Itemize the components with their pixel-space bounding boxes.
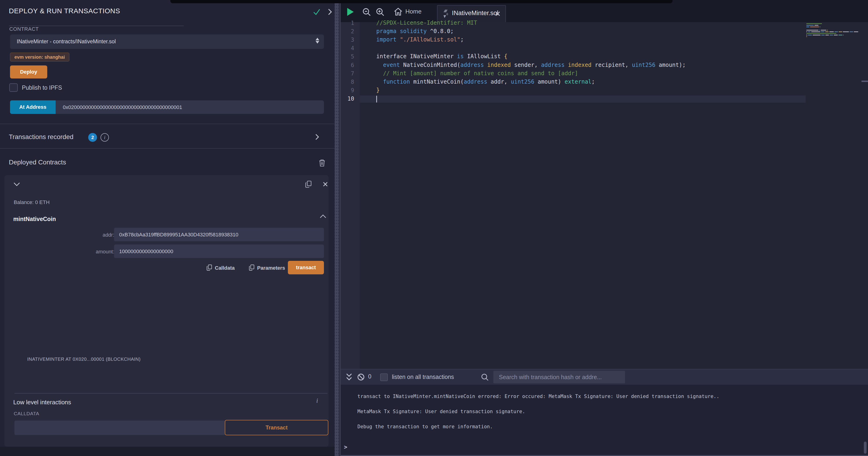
deployed-contracts-label: Deployed Contracts (9, 159, 66, 166)
deploy-button[interactable]: Deploy (10, 65, 47, 79)
code-token: "./IAllowList.sol" (400, 36, 460, 43)
line-number: 7 (341, 70, 354, 77)
minimap-row (806, 25, 861, 26)
listen-transactions-checkbox[interactable] (380, 374, 388, 381)
run-script-play-icon[interactable] (347, 8, 354, 16)
at-address-input[interactable]: 0x02000000000000000000000000000000000000… (56, 101, 324, 114)
code-token: is (457, 53, 464, 60)
code-token (376, 79, 383, 85)
clear-console-icon[interactable] (357, 373, 365, 381)
calldata-label: CALLDATA (14, 411, 39, 417)
select-arrows-icon (315, 37, 319, 44)
line-number: 10 (341, 95, 354, 102)
low-level-transact-button[interactable]: Transact (225, 420, 328, 435)
line-number: 6 (341, 62, 354, 68)
transactions-expand-chevron-icon[interactable] (314, 133, 320, 141)
line-number: 5 (341, 53, 354, 60)
function-collapse-chevron-icon[interactable] (319, 214, 327, 219)
solidity-icon (443, 9, 449, 18)
home-icon[interactable] (393, 7, 403, 17)
code-token: ; (460, 36, 464, 43)
low-level-info-icon[interactable]: i (316, 397, 318, 404)
file-tab-label: INativeMinter.sol (452, 9, 498, 17)
line-number: 9 (341, 87, 354, 94)
zoom-out-icon[interactable] (362, 7, 371, 17)
collapse-panel-chevron-icon[interactable] (326, 8, 333, 16)
divider (0, 124, 335, 124)
panel-resize-handle[interactable] (335, 0, 339, 456)
code-token: external (564, 79, 592, 85)
terminal-log-line: Debug the transaction to get more inform… (358, 424, 493, 429)
contract-label: CONTRACT (9, 26, 39, 32)
code-token (484, 62, 487, 68)
minimap-row (806, 36, 861, 37)
code-token: // Mint [amount] number of native coins … (376, 70, 578, 77)
line-number: 1 (341, 20, 354, 26)
trash-icon[interactable] (318, 159, 326, 167)
code-line-8: function mintNativeCoin(address addr, ui… (376, 79, 595, 85)
code-token: ; (592, 79, 595, 85)
terminal-scrollbar-thumb[interactable] (864, 441, 867, 454)
amount-param-label: amount: (86, 249, 114, 255)
info-icon[interactable]: i (100, 133, 109, 142)
minimap-row (806, 31, 861, 32)
copy-address-icon[interactable] (305, 180, 312, 188)
minimap-row (806, 27, 861, 27)
code-token: address (541, 62, 564, 68)
code-line-2: pragma solidity ^0.8.0; (376, 28, 454, 34)
editor-minimap[interactable] (806, 23, 861, 54)
minimap-row (806, 28, 861, 29)
line-number: 3 (341, 36, 354, 43)
transactions-recorded-label: Transactions recorded (9, 133, 73, 141)
overview-ruler-marker (862, 81, 868, 82)
evm-version-badge: evm version: shanghai (10, 53, 69, 61)
copy-calldata-icon[interactable] (207, 264, 213, 271)
line-number: 8 (341, 79, 354, 85)
top-black-bar (170, 0, 673, 3)
copy-parameters-icon[interactable] (249, 264, 255, 271)
publish-ipfs-checkbox[interactable] (9, 83, 18, 92)
code-token: uint256 (511, 79, 534, 85)
code-token: address (464, 79, 487, 85)
terminal-log-line: MetaMask Tx Signature: User denied trans… (358, 409, 525, 414)
current-line-highlight (360, 95, 806, 103)
minimap-row (806, 35, 861, 35)
line-number: 4 (341, 45, 354, 52)
zoom-in-icon[interactable] (376, 7, 385, 17)
code-token: address (460, 62, 484, 68)
transactions-count-badge: 2 (88, 133, 97, 142)
code-line-9: } (376, 87, 379, 93)
amount-param-value: 1000000000000000000 (119, 249, 173, 255)
code-token: { (504, 53, 507, 60)
code-token: indexed (568, 62, 592, 68)
copy-parameters-label[interactable]: Parameters (257, 265, 285, 271)
publish-ipfs-label: Publish to IPFS (22, 84, 62, 91)
remove-instance-icon[interactable] (322, 181, 328, 187)
at-address-value: 0x02000000000000000000000000000000000000… (63, 104, 182, 110)
addr-param-input[interactable]: 0xB78cbAa319ffBD899951AA30D4320f58189383… (114, 228, 324, 241)
code-token: import (376, 36, 397, 43)
code-token: uint256 (632, 62, 655, 68)
amount-param-input[interactable]: 1000000000000000000 (114, 245, 324, 258)
code-token: addr, (487, 79, 511, 85)
close-tab-icon[interactable] (495, 11, 501, 17)
copy-calldata-label[interactable]: Calldata (215, 265, 235, 271)
collapse-terminal-icon[interactable] (345, 373, 353, 381)
home-tab[interactable]: Home (405, 8, 422, 15)
listen-transactions-label: listen on all transactions (392, 374, 454, 380)
contract-select[interactable]: INativeMinter - contracts/INativeMinter.… (10, 34, 324, 49)
code-line-5: interface INativeMinter is IAllowList { (376, 53, 507, 60)
divider (0, 148, 335, 149)
low-level-calldata-input[interactable] (14, 421, 225, 435)
minimap-row (806, 33, 861, 34)
at-address-button[interactable]: At Address (10, 101, 56, 114)
terminal-log-line: transact to INativeMinter.mintNativeCoin… (358, 394, 719, 399)
transact-button[interactable]: transact (288, 261, 324, 274)
code-token (397, 36, 400, 43)
instance-collapse-chevron-icon[interactable] (13, 182, 20, 187)
code-line-6: event NativeCoinMinted(address indexed s… (376, 62, 686, 68)
code-token: NativeCoinMinted( (400, 62, 460, 68)
terminal-search-input[interactable]: Search with transaction hash or addre... (493, 371, 625, 383)
code-token (564, 62, 568, 68)
text-cursor (376, 96, 377, 103)
